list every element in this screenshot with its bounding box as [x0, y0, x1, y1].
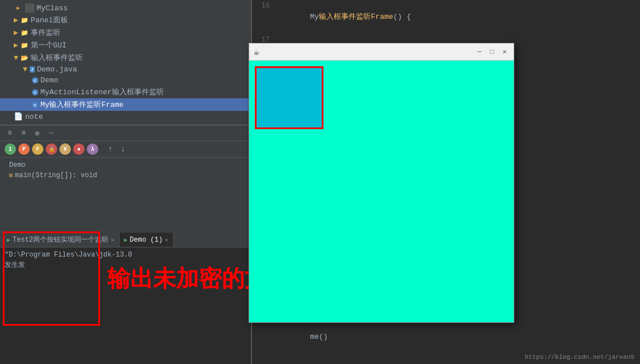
url-bar: https://blog.csdn.net/jarvan5 — [525, 354, 634, 361]
java-cup-icon: ☕ — [254, 46, 259, 58]
minimize-button[interactable]: ─ — [475, 47, 484, 57]
arrow-right-icon[interactable]: → — [46, 128, 56, 138]
structure-panel: Demo m main(String[]): void — [0, 158, 251, 183]
arrow-icon: ▶ — [14, 28, 18, 37]
tab-close-2[interactable]: ✕ — [165, 237, 169, 243]
file-tree: ▶ MyClass ▶ 📁 Panel面板 ▶ 📁 事件监听 ▶ 📁 第 — [0, 0, 251, 125]
close-button[interactable]: ✕ — [500, 47, 509, 57]
note-icon: 📄 — [14, 112, 23, 121]
run-icon: ▶ — [7, 237, 10, 243]
debug-icon-f[interactable]: F — [32, 143, 43, 155]
debug-icon-lambda[interactable]: λ — [87, 143, 98, 155]
tree-item-demo-class[interactable]: c Demo — [0, 75, 251, 86]
tree-item-my-frame[interactable]: c My输入框事件监听Frame — [0, 98, 251, 111]
toolbar-btn-1[interactable]: ≡ — [5, 128, 15, 138]
class-icon: c — [32, 89, 38, 95]
debug-icon-1[interactable]: 1 — [5, 143, 16, 155]
debug-icon-lock[interactable]: 🔒 — [46, 143, 57, 155]
tab-bar: ▶ Test2两个按钮实现同一个监听 ✕ ▶ Demo (1) ✕ — [0, 233, 251, 247]
debug-icon-yen[interactable]: ¥ — [59, 143, 71, 155]
left-panel: ▶ MyClass ▶ 📁 Panel面板 ▶ 📁 事件监听 ▶ 📁 第 — [0, 0, 251, 364]
tree-item-myclass[interactable]: ▶ MyClass — [0, 2, 251, 14]
tab-demo[interactable]: ▶ Demo (1) ✕ — [119, 233, 174, 247]
tree-item-panel[interactable]: ▶ 📁 Panel面板 — [0, 14, 251, 26]
maximize-button[interactable]: □ — [487, 47, 497, 57]
tree-item-demo-java[interactable]: ▼ J Demo.java — [0, 64, 251, 75]
folder-icon: 📁 — [21, 29, 29, 37]
arrow-expand-icon: ▼ — [23, 65, 27, 74]
down-arrow-icon[interactable]: ↓ — [118, 144, 128, 154]
window-content — [249, 61, 514, 322]
class-icon: c — [32, 77, 38, 83]
tree-item-action-listener[interactable]: c MyActionListener输入框事件监听 — [0, 86, 251, 98]
window-title: ☕ — [254, 46, 259, 58]
code-line-16: 16 My输入框事件监听Frame() { — [251, 0, 640, 34]
folder-icon: 📁 — [21, 42, 29, 49]
bottom-panel: ▶ Test2两个按钮实现同一个监听 ✕ ▶ Demo (1) ✕ "D:\Pr… — [0, 233, 251, 364]
debug-icon-p[interactable]: P — [18, 143, 30, 155]
console-line-2: 发生发 — [5, 260, 247, 270]
floating-window: ☕ ─ □ ✕ — [249, 43, 514, 323]
debug-icon-circle[interactable]: ● — [73, 143, 85, 155]
tab-close-1[interactable]: ✕ — [111, 237, 114, 243]
debug-icons-row: 1 P F 🔒 ¥ ● λ ↑ ↓ — [0, 141, 251, 158]
console-line-1: "D:\Program Files\Java\jdk-13.0 — [5, 250, 247, 260]
line-content: My输入框事件监听Frame() { — [274, 0, 411, 34]
tree-item-input[interactable]: ▼ 📂 输入框事件监听 — [0, 51, 251, 64]
structure-title: Demo — [5, 160, 247, 170]
window-controls: ─ □ ✕ — [475, 47, 509, 57]
tree-item-event[interactable]: ▶ 📁 事件监听 — [0, 26, 251, 39]
console-output: "D:\Program Files\Java\jdk-13.0 发生发 — [0, 247, 251, 364]
tab-test2[interactable]: ▶ Test2两个按钮实现同一个监听 ✕ — [2, 233, 119, 247]
line-number: 16 — [251, 0, 274, 11]
arrow-expand-icon: ▼ — [14, 54, 18, 62]
toolbar-btn-2[interactable]: ≡ — [18, 128, 29, 138]
toolbar: ≡ ≡ ⚙ → — [0, 125, 251, 141]
folder-open-icon: 📂 — [21, 54, 29, 62]
window-titlebar: ☕ ─ □ ✕ — [249, 43, 514, 61]
run-icon-2: ▶ — [124, 237, 127, 243]
class-icon: c — [32, 102, 38, 108]
arrow-icon: ▶ — [14, 41, 18, 50]
folder-icon: ▶ — [14, 3, 23, 13]
folder-icon: 📁 — [21, 17, 29, 24]
tree-item-gui[interactable]: ▶ 📁 第一个GUI — [0, 39, 251, 51]
settings-icon[interactable]: ⚙ — [32, 128, 42, 138]
up-arrow-icon[interactable]: ↑ — [105, 144, 115, 154]
text-field-widget — [255, 66, 323, 129]
arrow-icon: ▶ — [14, 15, 18, 25]
structure-main-method[interactable]: m main(String[]): void — [5, 170, 247, 181]
method-icon: m — [9, 173, 13, 179]
code-line-me: me() — [251, 320, 640, 354]
java-file-icon: J — [30, 66, 35, 73]
line-content: me() — [274, 320, 328, 354]
tree-item-note[interactable]: 📄 note — [0, 111, 251, 122]
